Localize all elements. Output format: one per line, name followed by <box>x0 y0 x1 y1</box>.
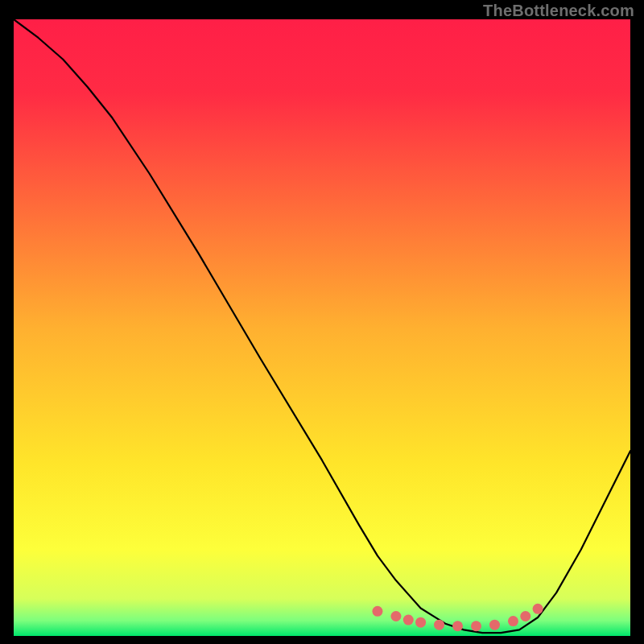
attribution-label: TheBottleneck.com <box>483 2 634 20</box>
gradient-background <box>14 19 630 636</box>
valley-dot <box>452 621 463 631</box>
bottleneck-chart <box>14 19 630 636</box>
valley-dot <box>372 606 382 617</box>
valley-dot <box>533 604 543 614</box>
valley-dot <box>403 615 414 625</box>
valley-dot <box>508 616 518 626</box>
valley-dot <box>434 620 444 630</box>
valley-dot <box>471 621 481 631</box>
valley-dot <box>520 611 530 621</box>
valley-dot <box>390 611 401 621</box>
valley-dot <box>489 620 500 630</box>
valley-dot <box>415 617 426 628</box>
